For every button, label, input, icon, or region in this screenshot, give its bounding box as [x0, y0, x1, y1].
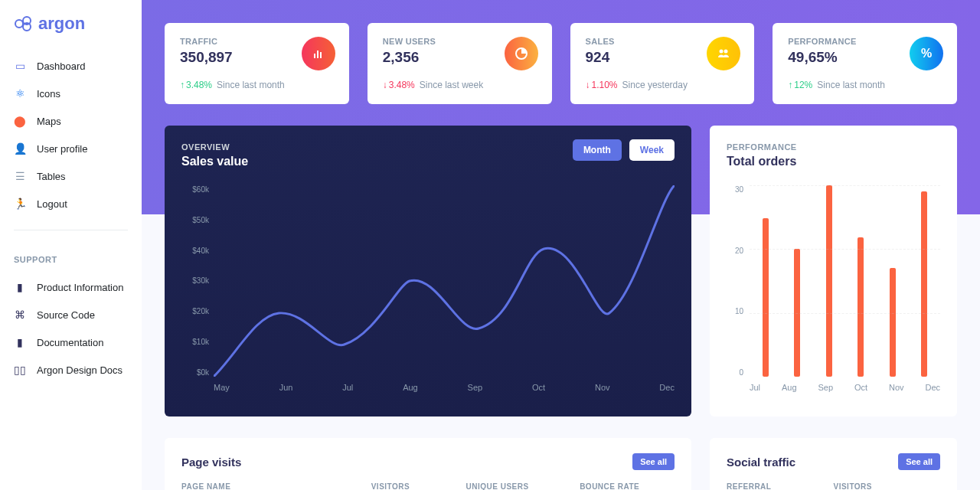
sidebar-item-tables[interactable]: ☰Tables — [0, 162, 142, 190]
bar — [858, 237, 864, 377]
y-axis: 3020100 — [727, 185, 743, 377]
sidebar-item-label: User profile — [37, 143, 87, 155]
chart-bar-icon — [302, 37, 335, 70]
code-icon: ⌘ — [14, 309, 26, 321]
sidebar-item-label: Argon Design Docs — [37, 364, 122, 376]
users-icon — [707, 37, 740, 70]
bar — [763, 218, 769, 377]
palette-icon: ▯▯ — [14, 364, 26, 376]
see-all-button[interactable]: See all — [898, 453, 940, 470]
svg-rect-4 — [317, 51, 318, 58]
sales-chart: $60k$50k$40k$30k$20k$10k$0k MayJunJulAug… — [181, 185, 675, 400]
card-delta: 3.48% — [389, 80, 415, 90]
line-path — [214, 185, 675, 377]
bar — [921, 191, 927, 377]
sidebar-item-user-profile[interactable]: 👤User profile — [0, 135, 142, 162]
sidebar-item-label: Tables — [37, 171, 66, 182]
user-icon: 👤 — [14, 142, 26, 155]
bar — [890, 268, 896, 377]
svg-point-8 — [724, 50, 728, 54]
col-page-name: PAGE NAME — [181, 482, 371, 490]
x-axis: JulAugSepOctNovDec — [750, 383, 940, 400]
col-unique-users: UNIQUE USERS — [466, 482, 580, 490]
panel-title: Social traffic — [727, 456, 795, 469]
sidebar-item-label: Icons — [37, 88, 60, 100]
table-header: REFERRAL VISITORS — [727, 482, 940, 490]
arrow-up-icon: ↑3.48% — [180, 80, 212, 90]
panel-title: Total orders — [727, 155, 940, 168]
card-since: Since last month — [817, 80, 885, 90]
tab-week[interactable]: Week — [629, 139, 675, 161]
main: TRAFFIC 350,897 ↑3.48%Since last month N… — [142, 0, 980, 490]
sidebar-item-documentation[interactable]: ▮Documentation — [0, 328, 142, 356]
atom-icon: ⚛ — [14, 87, 26, 100]
stat-cards: TRAFFIC 350,897 ↑3.48%Since last month N… — [165, 23, 957, 104]
table-header: PAGE NAME VISITORS UNIQUE USERS BOUNCE R… — [181, 482, 675, 490]
see-all-button[interactable]: See all — [632, 453, 675, 470]
pin-icon: ⬤ — [14, 115, 26, 127]
list-icon: ☰ — [14, 170, 26, 182]
sidebar-item-icons[interactable]: ⚛Icons — [0, 80, 142, 107]
col-visitors: VISITORS — [834, 482, 941, 490]
col-referral: REFERRAL — [727, 482, 834, 490]
plot-area — [750, 185, 940, 377]
col-visitors: VISITORS — [371, 482, 466, 490]
book-icon: ▮ — [14, 336, 26, 348]
card-since: Since last month — [217, 80, 285, 90]
doc-icon: ▮ — [14, 281, 26, 293]
card-performance: PERFORMANCE 49,65% % ↑12%Since last mont… — [773, 23, 957, 104]
panel-page-visits: Page visits See all PAGE NAME VISITORS U… — [165, 438, 691, 490]
x-axis: MayJunJulAugSepOctNovDec — [214, 383, 675, 400]
divider — [14, 230, 128, 230]
panel-title: Page visits — [181, 456, 241, 469]
arrow-down-icon: ↓1.10% — [586, 80, 618, 90]
logo-icon — [14, 15, 32, 33]
sidebar-item-label: Source Code — [37, 309, 95, 321]
percent-icon: % — [910, 37, 943, 70]
plot-area — [214, 185, 675, 377]
bars — [750, 185, 940, 377]
card-since: Since yesterday — [622, 80, 688, 90]
sidebar-item-label: Logout — [37, 198, 67, 210]
panel-subtitle: PERFORMANCE — [727, 142, 940, 152]
sidebar-item-maps[interactable]: ⬤Maps — [0, 107, 142, 135]
col-bounce-rate: BOUNCE RATE — [580, 482, 675, 490]
card-new-users: NEW USERS 2,356 ↓3.48%Since last week — [368, 23, 552, 104]
panel-total-orders: PERFORMANCE Total orders 3020100 — [710, 126, 957, 416]
run-icon: 🏃 — [14, 198, 26, 210]
arrow-down-icon: ↓3.48% — [383, 80, 415, 90]
tab-month[interactable]: Month — [573, 139, 622, 161]
y-axis: $60k$50k$40k$30k$20k$10k$0k — [181, 185, 209, 377]
tv-icon: ▭ — [14, 60, 26, 72]
sidebar-item-label: Documentation — [37, 337, 103, 348]
sidebar-item-design-docs[interactable]: ▯▯Argon Design Docs — [0, 356, 142, 384]
sidebar-item-source-code[interactable]: ⌘Source Code — [0, 301, 142, 328]
sidebar-item-logout[interactable]: 🏃Logout — [0, 190, 142, 217]
brand[interactable]: argon — [0, 14, 142, 47]
sidebar: argon ▭Dashboard ⚛Icons ⬤Maps 👤User prof… — [0, 0, 142, 490]
card-traffic: TRAFFIC 350,897 ↑3.48%Since last month — [165, 23, 349, 104]
brand-text: argon — [38, 14, 85, 34]
arrow-up-icon: ↑12% — [788, 80, 812, 90]
svg-point-7 — [720, 50, 724, 54]
bar — [826, 185, 832, 377]
pie-chart-icon — [505, 37, 538, 70]
sidebar-item-label: Product Information — [37, 282, 123, 293]
card-sales: SALES 924 ↓1.10%Since yesterday — [570, 23, 755, 104]
sidebar-item-dashboard[interactable]: ▭Dashboard — [0, 52, 142, 80]
svg-rect-5 — [320, 52, 322, 58]
card-delta: 1.10% — [592, 80, 618, 90]
panel-sales-value: OVERVIEW Sales value Month Week $60k$50k… — [165, 126, 691, 416]
sidebar-item-product-info[interactable]: ▮Product Information — [0, 273, 142, 301]
card-since: Since last week — [420, 80, 483, 90]
nav-main: ▭Dashboard ⚛Icons ⬤Maps 👤User profile ☰T… — [0, 47, 142, 222]
card-delta: 12% — [794, 80, 812, 90]
sidebar-item-label: Maps — [37, 116, 61, 127]
panel-social-traffic: Social traffic See all REFERRAL VISITORS — [710, 438, 957, 490]
support-heading: SUPPORT — [0, 238, 142, 269]
svg-point-0 — [15, 20, 23, 28]
orders-chart: 3020100 JulAugSepOctNovDec — [727, 185, 940, 400]
chart-tabs: Month Week — [573, 139, 675, 161]
nav-support: ▮Product Information ⌘Source Code ▮Docum… — [0, 269, 142, 388]
sidebar-item-label: Dashboard — [37, 60, 86, 72]
